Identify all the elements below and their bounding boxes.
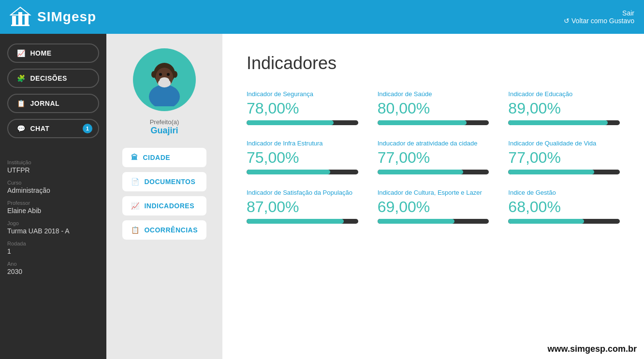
indicator-item: Indicador de Segurança78,00%: [247, 90, 358, 125]
progress-bar-fill: [378, 170, 464, 174]
sub-nav-cidade[interactable]: 🏛CIDADE: [122, 148, 206, 167]
sidebar-item-chat[interactable]: 💬CHAT1: [7, 119, 99, 138]
info-label: Instituição: [7, 159, 99, 165]
info-value: 1: [7, 247, 99, 255]
progress-bar-bg: [247, 170, 358, 174]
header: SIMgesp Sair ↺ Voltar como Gustavo: [0, 0, 644, 34]
jornal-icon: 📋: [17, 100, 26, 107]
progress-bar-fill: [508, 219, 584, 224]
svg-rect-0: [12, 16, 16, 26]
sub-nav-label: CIDADE: [143, 154, 170, 161]
indicator-label: Indicador de Cultura, Esporte e Lazer: [378, 189, 489, 196]
documentos-icon: 📄: [131, 178, 140, 186]
svg-rect-2: [25, 14, 29, 26]
progress-bar-bg: [378, 170, 489, 174]
progress-bar-bg: [378, 219, 489, 224]
indicator-value: 77,00%: [508, 149, 620, 167]
progress-bar-fill: [508, 120, 607, 125]
chat-icon: 💬: [17, 125, 26, 132]
voltar-label: Voltar como Gustavo: [571, 17, 634, 25]
svg-point-12: [167, 73, 170, 76]
info-value: Turma UAB 2018 - A: [7, 227, 99, 235]
undo-icon: ↺: [564, 17, 570, 25]
indicator-label: Indicador de Infra Estrutura: [247, 140, 358, 147]
indicator-value: 75,00%: [247, 149, 358, 167]
nav-label: HOME: [30, 49, 52, 57]
indicator-item: Indicador de Educação89,00%: [508, 90, 620, 125]
indicator-item: Indicador de Saúde80,00%: [378, 90, 489, 125]
info-value: Elaine Abib: [7, 207, 99, 215]
info-label: Jogo: [7, 220, 99, 226]
footer-url: www.simgesp.com.br: [548, 344, 637, 354]
sair-label: Sair: [622, 9, 634, 17]
indicator-value: 68,00%: [508, 198, 620, 216]
svg-point-6: [151, 71, 156, 78]
indicator-value: 87,00%: [247, 198, 358, 216]
decisoes-icon: 🧩: [17, 74, 26, 82]
app-title: SIMgesp: [37, 9, 96, 25]
progress-bar-bg: [508, 170, 620, 174]
indicator-item: Indicador de Cultura, Esporte e Lazer69,…: [378, 189, 489, 224]
indicadores-icon: 📈: [131, 202, 140, 210]
prefeito-name: Guajiri: [150, 126, 178, 136]
progress-bar-fill: [247, 120, 334, 125]
indicator-label: Indicador de Saúde: [378, 90, 489, 98]
indicator-value: 80,00%: [378, 100, 489, 117]
sub-nav-buttons: 🏛CIDADE📄DOCUMENTOS📈INDICADORES📋OCORRÊNCI…: [122, 148, 206, 244]
sidebar-item-jornal[interactable]: 📋JORNAL: [7, 94, 99, 113]
indicator-item: Indicador de Satisfação da População87,0…: [247, 189, 358, 224]
sub-nav-indicadores[interactable]: 📈INDICADORES: [122, 196, 206, 215]
home-icon: 📈: [17, 49, 26, 57]
prefeito-label: Prefeito(a): [150, 118, 179, 126]
progress-bar-bg: [508, 219, 620, 224]
progress-bar-fill: [247, 170, 330, 174]
indicator-item: Indice de Gestão68,00%: [508, 189, 620, 224]
sub-nav-label: INDICADORES: [144, 202, 194, 210]
indicator-item: Indicador de Qualidade de Vida77,00%: [508, 140, 620, 174]
info-label: Ano: [7, 261, 99, 267]
sidebar-item-home[interactable]: 📈HOME: [7, 43, 99, 63]
svg-point-7: [173, 71, 177, 78]
avatar: [133, 48, 196, 111]
voltar-button[interactable]: ↺ Voltar como Gustavo: [564, 17, 634, 25]
sidebar-info: InstituiçãoUTFPRCursoAdministraçãoProfes…: [7, 154, 99, 275]
indicator-label: Indicador de Satisfação da População: [247, 189, 358, 196]
svg-point-11: [159, 73, 162, 76]
progress-bar-bg: [378, 120, 489, 125]
sub-nav-label: OCORRÊNCIAS: [144, 226, 198, 234]
nav-label: CHAT: [30, 125, 50, 132]
info-label: Rodada: [7, 241, 99, 246]
sair-button[interactable]: Sair: [564, 9, 634, 17]
sidebar-item-decisoes[interactable]: 🧩DECISÕES: [7, 69, 99, 88]
sub-nav-documentos[interactable]: 📄DOCUMENTOS: [122, 172, 206, 191]
indicator-label: Indicador de Segurança: [247, 90, 358, 98]
content-area: Indicadores Indicador de Segurança78,00%…: [222, 34, 644, 359]
sidebar: 📈HOME🧩DECISÕES📋JORNAL💬CHAT1 InstituiçãoU…: [0, 34, 106, 359]
indicators-grid: Indicador de Segurança78,00%Indicador de…: [247, 90, 620, 224]
indicator-value: 89,00%: [508, 100, 620, 117]
progress-bar-bg: [247, 219, 358, 224]
info-value: UTFPR: [7, 166, 99, 174]
sub-nav-label: DOCUMENTOS: [144, 178, 195, 186]
info-value: Administração: [7, 187, 99, 194]
nav-buttons: 📈HOME🧩DECISÕES📋JORNAL💬CHAT1: [7, 43, 99, 144]
indicator-value: 78,00%: [247, 100, 358, 117]
progress-bar-fill: [378, 219, 454, 224]
cidade-icon: 🏛: [131, 154, 138, 161]
indicator-label: Indicador de Educação: [508, 90, 620, 98]
progress-bar-fill: [247, 219, 344, 224]
nav-label: DECISÕES: [30, 74, 67, 82]
avatar-image: [138, 53, 191, 106]
header-right: Sair ↺ Voltar como Gustavo: [564, 9, 634, 25]
info-label: Curso: [7, 180, 99, 186]
info-value: 2030: [7, 268, 99, 275]
progress-bar-bg: [247, 120, 358, 125]
progress-bar-bg: [508, 120, 620, 125]
info-label: Professor: [7, 200, 99, 206]
nav-badge: 1: [83, 124, 92, 133]
logo-area: SIMgesp: [10, 6, 96, 28]
page-title: Indicadores: [247, 53, 620, 73]
sub-nav-ocorrencias[interactable]: 📋OCORRÊNCIAS: [122, 220, 206, 240]
indicator-item: Inducador de atratividade da cidade77,00…: [378, 140, 489, 174]
main-layout: 📈HOME🧩DECISÕES📋JORNAL💬CHAT1 InstituiçãoU…: [0, 34, 644, 359]
